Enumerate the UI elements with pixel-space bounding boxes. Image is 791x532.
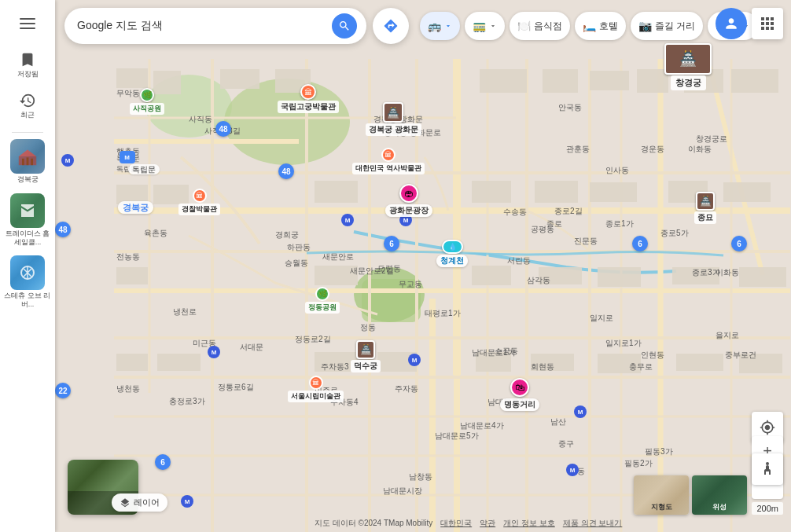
svg-rect-16 [543,69,578,93]
history-icon [19,92,36,109]
svg-rect-3 [27,157,29,165]
filter-transport[interactable]: 🚌 [420,12,460,40]
store-icon [18,201,37,220]
pin-cheonggyecheon[interactable]: 💧 청계천 [436,240,468,267]
pin-dokripmon-area[interactable]: 독립문 [128,161,160,175]
pin-history-museum[interactable]: 🏛 대한민국 역사박물관 [352,148,425,174]
map-type-button[interactable] [752,8,783,39]
svg-rect-11 [116,68,148,88]
person-icon [723,16,739,31]
search-button[interactable] [332,13,357,39]
road-num-48-2: 48 [55,222,71,237]
map-container[interactable]: 무악동 행촌동 교북동 육촌동 전농동 냉천동 냉천로 미근동 서대문 경희궁 … [55,0,791,532]
search-input[interactable] [77,20,329,32]
sidebar-thumb-starbucks [10,255,45,290]
svg-point-10 [354,267,425,322]
terms-label[interactable]: 약관 [480,518,495,529]
sidebar-thumb-traders [10,193,45,228]
search-bar [64,8,366,44]
attribution-bar: 지도 데이터 ©2024 TMap Mobility 대한민국 약관 개인 정보… [315,518,622,529]
svg-rect-15 [480,69,527,93]
starbucks-icon [18,263,37,282]
scale-indicator: 200m [752,502,783,515]
scale-value: 200m [756,504,778,513]
transit-icon: 🚃 [473,20,486,32]
pin-circle-myeongdong: 🛍 [510,378,529,397]
pin-label-national-palace-museum: 국립고궁박물관 [278,101,339,113]
metro-m-hoehyeon[interactable]: M [574,405,587,418]
terrain-thumbnail[interactable]: 지형도 [634,475,689,515]
svg-rect-33 [598,267,641,287]
country-label[interactable]: 대한민국 [440,518,472,529]
pin-label-jeongdong-park: 정동공원 [305,302,340,314]
sidebar-recent-btn[interactable]: 최근 [9,86,46,124]
hamburger-line-3 [20,28,35,29]
pin-jeongdong-park[interactable]: 🌿 정동공원 [305,287,340,314]
pin-myeongdong[interactable]: 🛍 명동거리 [500,378,539,411]
svg-rect-32 [539,267,582,284]
pin-label-sajik-park: 사직공원 [130,103,164,115]
svg-rect-20 [731,69,778,93]
pin-label-history-museum: 대한민국 역사박물관 [352,163,425,174]
metro-m-myeongdong[interactable]: M [566,464,579,476]
layer-label[interactable]: 레이어 [112,493,167,512]
pin-label-cheonggyecheon: 청계천 [436,255,468,267]
svg-rect-25 [535,181,578,203]
pin-gwanghwamun-sq[interactable]: 🏟 광화문광장 [385,184,432,217]
directions-button[interactable] [373,8,409,44]
road-num-6-1: 6 [384,236,399,251]
directions-icon [383,18,399,34]
transport-icon: 🚌 [428,20,441,32]
hamburger-line-1 [20,18,35,20]
svg-rect-42 [598,354,641,373]
metro-m-1[interactable]: M [61,154,74,167]
pin-label-jongmyo: 종묘 [694,211,716,224]
pin-city-art-museum[interactable]: 🏛 서울시립미술관 [288,376,344,402]
filter-transit-detail[interactable]: 🚃 [465,12,505,40]
filter-food-label: 음식점 [534,20,562,33]
pegman-button[interactable] [752,453,783,485]
metro-m-jongro[interactable]: M [181,495,193,508]
svg-rect-24 [472,181,511,203]
pin-sajik-park[interactable]: 🌿 사직공원 [130,88,164,115]
metro-m-gwanghwamun[interactable]: M [341,214,354,226]
sidebar-saved-btn[interactable]: 저장됨 [9,46,46,83]
pin-jongmyo[interactable]: 🏯 종묘 [694,192,716,224]
svg-rect-37 [157,354,201,371]
svg-rect-23 [315,181,358,203]
hamburger-menu[interactable] [12,8,43,39]
svg-rect-30 [315,266,358,285]
svg-rect-17 [590,71,629,90]
sidebar-place-starbucks[interactable]: 스테츄 오브 리버... [2,254,53,310]
filter-food[interactable]: 🍽️ 음식점 [510,12,570,40]
pin-gyeongbokgung[interactable]: 🏯 경복궁 광화문 [366,102,421,136]
filter-sightseeing[interactable]: 📷 즐길 거리 [631,12,703,40]
sidebar-place-gyeongbokgung[interactable]: 경복궁 [2,138,53,185]
pin-gyeongbokgung-area[interactable]: 경복궁 [118,200,153,214]
pin-national-palace-museum[interactable]: 🏛 국립고궁박물관 [278,84,339,113]
road-num-22: 22 [55,383,71,398]
sidebar-place-gyeongbokgung-label: 경복궁 [4,175,51,184]
sidebar-saved-label: 저장됨 [17,70,39,79]
feedback-label[interactable]: 제품 의견 보내기 [563,518,623,529]
pin-police-museum[interactable]: 🏛 경찰박물관 [178,189,220,215]
sidebar-place-traders[interactable]: 트레이더스 홈세일클... [2,192,53,248]
metro-m-seodaemun[interactable]: M [208,346,220,358]
satellite-thumbnail[interactable]: 위성 [692,475,747,515]
sidebar-thumb-gyeongbokgung [10,139,45,174]
metro-m-city[interactable]: M [408,354,421,366]
sidebar-divider-1 [12,132,43,133]
svg-rect-41 [531,354,574,371]
filter-hotel[interactable]: 🛏️ 호텔 [575,12,626,40]
svg-rect-40 [476,352,511,372]
svg-rect-13 [220,69,259,89]
privacy-label[interactable]: 개인 정보 보호 [503,518,555,529]
camera-icon: 📷 [638,20,652,32]
road-num-6-4: 6 [155,454,171,470]
svg-rect-36 [116,354,148,371]
pin-changgyeonggung[interactable]: 🏯 창경궁 [664,43,712,90]
terrain-inner: 지형도 [634,475,689,515]
profile-avatar[interactable] [716,8,747,39]
satellite-inner: 위성 [692,475,747,515]
pin-deoksugung[interactable]: 🏯 덕수궁 [351,340,381,372]
